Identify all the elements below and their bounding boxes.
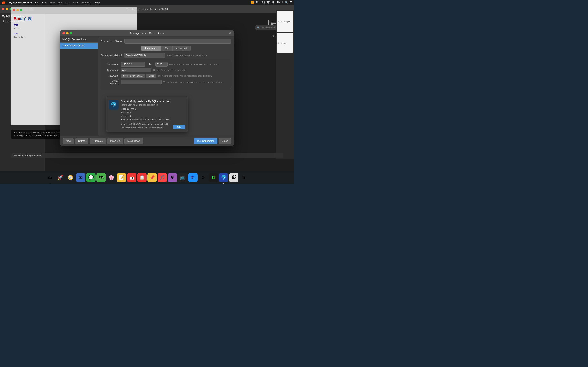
dialog-traffic-lights — [62, 32, 72, 34]
settings-panel: Connection Name: Parameters SSL Advanced… — [98, 36, 233, 136]
success-note-line1: A successful MySQL connection was made w… — [121, 123, 169, 125]
test-connection-button[interactable]: Test Connection — [194, 138, 217, 144]
menu-tools[interactable]: Tools — [72, 1, 78, 4]
dialog-close-button[interactable] — [62, 32, 65, 34]
dialog-close-x[interactable]: ✕ — [229, 32, 231, 35]
schema-hint: The schema to use as default schema. Lea… — [163, 81, 229, 83]
password-buttons: Store in Keychain ... Clear — [121, 74, 156, 78]
connections-panel: MySQL Connections Local instance 3306 — [61, 36, 98, 136]
battery-indicator: 9% — [256, 1, 259, 4]
connection-name-row: Connection Name: — [101, 39, 231, 44]
datetime: 9月21日 周一 19:21 — [261, 1, 283, 4]
connection-name-input[interactable] — [124, 39, 231, 44]
username-label: Username: — [103, 69, 119, 72]
dock-stickies[interactable]: 📌 — [147, 173, 157, 182]
dock-launchpad[interactable]: 🚀 — [56, 173, 65, 182]
dialog-overlay: Manage Server Connections ✕ MySQL Connec… — [0, 5, 294, 171]
dialog-minimize-button[interactable] — [66, 32, 69, 34]
new-button[interactable]: New — [63, 138, 74, 144]
duplicate-button[interactable]: Duplicate — [90, 138, 106, 144]
method-hint: Method to use to connect to the RDBMS — [167, 54, 207, 57]
success-user: User: root — [121, 114, 185, 118]
tab-ssl[interactable]: SSL — [161, 46, 173, 51]
menu-view[interactable]: View — [49, 1, 55, 4]
success-title: Successfully made the MySQL connection — [121, 100, 185, 103]
dialog-title: Manage Server Connections — [130, 32, 164, 35]
spotlight-icon[interactable]: 🔍 — [285, 1, 288, 4]
dock-mysqlworkbench[interactable]: 🐬 — [219, 173, 228, 182]
success-subtitle: Information related to this connection: — [121, 104, 185, 106]
move-up-button[interactable]: Move Up — [107, 138, 123, 144]
hostname-hint: Name or IP address of the server host – … — [169, 63, 229, 66]
dock-photos[interactable]: 🌸 — [107, 173, 116, 182]
tab-advanced[interactable]: Advanced — [173, 46, 190, 51]
schema-label: Default Schema: — [103, 79, 119, 85]
port-label: Port: — [149, 63, 154, 66]
hostname-row: Hostname: Port: Name or IP address of th… — [103, 62, 229, 67]
tab-parameters[interactable]: Parameters — [141, 46, 161, 51]
dock-preview[interactable]: 🖼 — [229, 173, 238, 182]
dock-finder[interactable]: 🗂 — [45, 173, 55, 182]
dialog-zoom-button[interactable] — [70, 32, 72, 34]
port-input[interactable] — [155, 62, 168, 67]
dock-messages[interactable]: 💬 — [86, 173, 95, 182]
ok-button[interactable]: OK — [173, 125, 185, 129]
store-in-keychain-button[interactable]: Store in Keychain ... — [121, 74, 145, 78]
method-label: Connection Method: — [101, 54, 122, 57]
schema-row: Default Schema: The schema to use as def… — [103, 79, 229, 85]
dock-safari[interactable]: 🧭 — [66, 173, 75, 182]
menu-edit[interactable]: Edit — [42, 1, 47, 4]
connection-name-label: Connection Name: — [101, 40, 123, 43]
password-hint: The user's password. Will be requested l… — [158, 75, 229, 77]
dock-reminders[interactable]: 📋 — [137, 173, 147, 182]
dock-terminal[interactable]: 🖥 — [209, 173, 218, 182]
username-row: Username: Name of the user to connect wi… — [103, 68, 229, 72]
dock-mail[interactable]: ✉ — [76, 173, 85, 182]
menu-scripting[interactable]: Scripting — [81, 1, 92, 4]
username-input[interactable] — [121, 68, 151, 72]
password-label: Password: — [103, 75, 119, 77]
success-details: Host: 127.0.0.1 Port: 3306 User: root SS… — [121, 107, 185, 122]
dock-notes[interactable]: 📝 — [117, 173, 126, 182]
menu-help[interactable]: Help — [95, 1, 100, 4]
dock-trash[interactable]: 🗑 — [239, 173, 249, 182]
dialog-titlebar: Manage Server Connections ✕ — [61, 30, 233, 36]
success-host: Host: 127.0.0.1 — [121, 107, 185, 111]
mysql-icon-inner: 🐬 — [111, 102, 117, 108]
mysql-icon: 🐬 — [109, 100, 119, 110]
dock-appstore[interactable]: 🛍 — [188, 173, 198, 182]
dock-calendar[interactable]: 📅 — [127, 173, 136, 182]
dock-podcasts[interactable]: 🎙 — [168, 173, 177, 182]
success-ssl: SSL: enabled with TLS_AES_256_GCM_SHA384 — [121, 118, 185, 122]
dock-maps[interactable]: 🗺 — [96, 173, 106, 182]
connection-method-row: Connection Method: Standard (TCP/IP) Met… — [101, 53, 231, 58]
method-select[interactable]: Standard (TCP/IP) — [124, 53, 165, 58]
dialog-body: MySQL Connections Local instance 3306 Co… — [61, 36, 233, 136]
success-popup: 🐬 Successfully made the MySQL connection… — [106, 97, 188, 132]
close-button[interactable]: Close — [219, 138, 231, 144]
connections-panel-header: MySQL Connections — [61, 36, 98, 43]
menu-database[interactable]: Database — [58, 1, 69, 4]
schema-input[interactable] — [121, 80, 162, 84]
dock-music[interactable]: 🎵 — [158, 173, 167, 182]
menubar-right: 📶 9% 9月21日 周一 19:21 🔍 ☰ — [251, 1, 292, 4]
menu-file[interactable]: File — [35, 1, 39, 4]
move-down-button[interactable]: Move Down — [124, 138, 143, 144]
menu-mysqlworkbench[interactable]: MySQLWorkbench — [9, 1, 32, 4]
hostname-input[interactable] — [121, 62, 145, 67]
dock: 🗂 🚀 🧭 ✉ 💬 🗺 🌸 📝 📅 📋 📌 🎵 🎙 📺 🛍 ⚙ 🖥 🐬 🖼 🗑 — [0, 171, 294, 184]
menubar: 🍎 MySQLWorkbench File Edit View Database… — [0, 0, 294, 5]
username-hint: Name of the user to connect with. — [153, 69, 229, 71]
clear-password-button[interactable]: Clear — [146, 74, 156, 78]
delete-button[interactable]: Delete — [75, 138, 88, 144]
apple-menu[interactable]: 🍎 — [2, 1, 6, 4]
control-center-icon[interactable]: ☰ — [290, 1, 292, 4]
parameters-section: Hostname: Port: Name or IP address of th… — [101, 60, 231, 89]
wifi-indicator: 📶 — [251, 1, 254, 4]
success-port: Port: 3306 — [121, 111, 185, 114]
dock-appletv[interactable]: 📺 — [178, 173, 187, 182]
dock-systemprefs[interactable]: ⚙ — [199, 173, 208, 182]
hostname-label: Hostname: — [103, 63, 119, 66]
connection-item-local[interactable]: Local instance 3306 — [61, 43, 98, 49]
success-note-line2: the parameters defined for this connecti… — [121, 126, 164, 129]
